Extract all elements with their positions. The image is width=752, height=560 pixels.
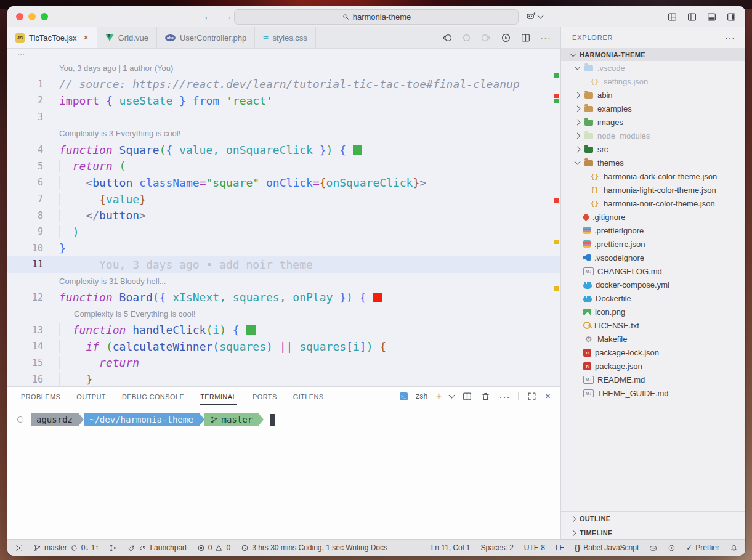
tree-item[interactable]: package-lock.json [561, 346, 745, 359]
chevron-icon[interactable] [575, 93, 583, 97]
tree-item[interactable]: harmonia-noir-color-theme.json [561, 197, 745, 210]
eol-status[interactable]: LF [556, 543, 564, 552]
tree-item[interactable]: settings.json [561, 75, 745, 88]
close-tab-icon[interactable]: × [84, 33, 89, 43]
color-decorator-swatch[interactable] [353, 145, 362, 155]
kill-terminal-icon[interactable] [480, 391, 491, 402]
chevron-icon[interactable] [575, 107, 583, 111]
customize-layout-icon[interactable] [667, 12, 677, 22]
tree-item[interactable]: .prettierrc.json [561, 237, 745, 251]
new-terminal-icon[interactable]: + [436, 392, 442, 400]
codelens-row[interactable]: You, 3 days ago | 1 author (You) [7, 60, 560, 76]
panel-tab-output[interactable]: OUTPUT [76, 388, 106, 405]
breadcrumb-ellipsis[interactable]: ··· [17, 50, 25, 59]
line-number[interactable]: 12 [7, 292, 43, 303]
panel-tab-problems[interactable]: PROBLEMS [21, 388, 60, 405]
toggle-panel-icon[interactable] [706, 12, 717, 22]
line-number[interactable]: 16 [7, 374, 43, 385]
code-line[interactable]: 14 if (calculateWinner(squares) || squar… [7, 338, 560, 355]
indentation-status[interactable]: Spaces: 2 [480, 543, 513, 552]
panel-tab-gitlens[interactable]: GITLENS [293, 388, 324, 405]
go-back-icon[interactable] [442, 33, 452, 43]
codelens-text[interactable]: Complexity is 3 Everything is cool! [7, 129, 180, 138]
workspace-root-row[interactable]: HARMONIA-THEME [561, 48, 745, 61]
history-forward-icon[interactable]: → [223, 11, 233, 22]
split-editor-icon[interactable] [520, 33, 531, 43]
minimize-window-button[interactable] [28, 13, 36, 20]
chevron-icon[interactable] [575, 161, 583, 164]
tree-item[interactable]: README.md [561, 373, 745, 386]
git-branch-status[interactable]: master 0↓ 1↑ [33, 543, 99, 552]
code-line[interactable]: 13 function handleClick(i) { [7, 322, 560, 339]
toggle-primary-sidebar-icon[interactable] [687, 12, 697, 22]
codelens-row[interactable]: Complexity is 5 Everything is cool! [7, 306, 560, 322]
line-number[interactable]: 9 [7, 226, 43, 237]
line-number[interactable]: 8 [7, 210, 43, 221]
code-line[interactable]: 16 } [7, 371, 560, 386]
chevron-icon[interactable] [575, 120, 583, 124]
gitlens-graph-icon[interactable] [109, 544, 117, 552]
line-number[interactable]: 7 [7, 193, 43, 205]
line-number[interactable]: 5 [7, 161, 43, 172]
line-number[interactable]: 4 [7, 144, 43, 155]
panel-tab-terminal[interactable]: TERMINAL [200, 388, 237, 405]
color-decorator-swatch[interactable] [373, 293, 382, 302]
code-line[interactable]: 10} [7, 240, 560, 257]
code-line[interactable]: 3 [7, 109, 560, 126]
code-line[interactable]: 12function Board({ xIsNext, squares, onP… [7, 289, 560, 306]
tab-tictactoe-jsx[interactable]: TicTacToe.jsx × [7, 27, 97, 48]
copilot-status-icon[interactable] [649, 544, 657, 552]
line-number[interactable]: 3 [7, 112, 43, 123]
chevron-icon[interactable] [575, 67, 583, 69]
codelens-text[interactable]: Complexity is 31 Bloody hell... [7, 277, 166, 286]
problems-status[interactable]: 0 0 [197, 543, 230, 552]
codelens-row[interactable]: Complexity is 31 Bloody hell... [7, 273, 560, 290]
toggle-secondary-sidebar-icon[interactable] [726, 12, 737, 22]
copilot-menu[interactable] [526, 11, 543, 22]
chevron-icon[interactable] [575, 147, 583, 152]
code-line[interactable]: 11 You, 3 days ago • add noir theme [7, 256, 560, 273]
panel-tab-debug-console[interactable]: DEBUG CONSOLE [122, 388, 184, 405]
tree-item[interactable]: Makefile [561, 332, 745, 346]
tree-item[interactable]: LICENSE.txt [561, 319, 745, 332]
code-line[interactable]: 5 return ( [7, 158, 560, 175]
shell-label[interactable]: zsh [416, 392, 428, 400]
tree-item[interactable]: CHANGELOG.md [561, 264, 745, 278]
cursor-position-status[interactable]: Ln 11, Col 1 [431, 543, 471, 552]
chevron-icon[interactable] [575, 134, 583, 138]
code-line[interactable]: 4function Square({ value, onSquareClick … [7, 142, 560, 158]
line-number[interactable]: 13 [7, 325, 43, 336]
terminal-dropdown-icon[interactable] [449, 392, 455, 399]
code-runner-status-icon[interactable] [668, 544, 676, 552]
line-number[interactable]: 14 [7, 341, 43, 352]
line-number[interactable]: 1 [7, 79, 43, 90]
tab-styles-css[interactable]: styles.css [255, 27, 316, 48]
code-line[interactable]: 1// source: https://react.dev/learn/tuto… [7, 76, 560, 93]
codelens-text[interactable]: You, 3 days ago | 1 author (You) [7, 63, 173, 73]
more-actions-icon[interactable]: ··· [540, 33, 551, 43]
tree-item[interactable]: .prettierignore [561, 224, 745, 237]
tree-item[interactable]: .gitignore [561, 210, 745, 224]
tree-item[interactable]: Dockerfile [561, 291, 745, 305]
code-line[interactable]: 6 <button className="square" onClick={on… [7, 174, 560, 191]
code-line[interactable]: 8 </button> [7, 207, 560, 224]
tree-item[interactable]: .vscode [561, 61, 745, 75]
remote-indicator-icon[interactable] [15, 544, 23, 552]
tree-item[interactable]: harmonia-light-color-theme.json [561, 183, 745, 197]
line-number[interactable]: 10 [7, 243, 43, 254]
line-number[interactable]: 15 [7, 357, 43, 368]
panel-more-icon[interactable]: ··· [499, 391, 510, 402]
line-number[interactable]: 11 [7, 259, 43, 270]
history-back-icon[interactable]: ← [203, 11, 213, 22]
maximize-panel-icon[interactable] [527, 391, 537, 402]
tree-item[interactable]: icon.png [561, 305, 745, 319]
outline-section-header[interactable]: OUTLINE [561, 511, 745, 526]
encoding-status[interactable]: UTF-8 [524, 543, 545, 552]
tab-usercontroller-php[interactable]: UserController.php [157, 27, 255, 48]
terminal[interactable]: agusrdz ~/dev/harmonia-theme master [7, 405, 560, 540]
code-line[interactable]: 2import { useState } from 'react' [7, 92, 560, 109]
tab-grid-vue[interactable]: Grid.vue [97, 27, 157, 48]
explorer-more-icon[interactable]: ··· [725, 33, 735, 43]
codelens-row[interactable]: Complexity is 3 Everything is cool! [7, 125, 560, 142]
tree-item[interactable]: abin [561, 88, 745, 102]
